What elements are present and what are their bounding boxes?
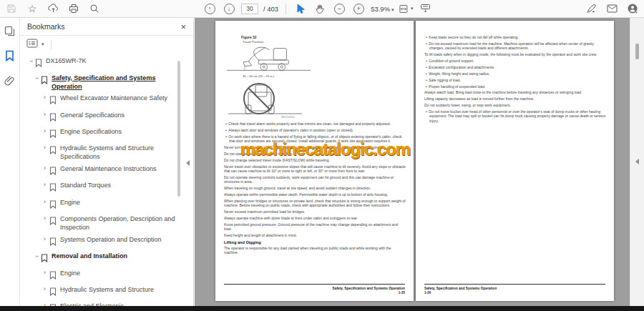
chevron-down-icon: ▾ [391, 7, 394, 12]
bookmarks-options-row: ▾ [20, 36, 193, 53]
chevron-right-icon[interactable]: › [40, 127, 49, 136]
bookmark-label: Removal and Installation [52, 252, 179, 260]
share-icon[interactable] [46, 1, 60, 16]
zoom-out-button[interactable]: − [332, 1, 346, 16]
bookmark-item-standard-torques[interactable]: › Standard Torques [20, 179, 182, 196]
page-number-input[interactable] [241, 4, 258, 14]
toolbar-display-icon[interactable] [419, 1, 433, 16]
close-icon[interactable]: × [180, 21, 186, 32]
bookmark-item-hydraulic-systems-specifications[interactable]: › Hydraulic Systems and Structure Specif… [20, 142, 182, 163]
chevron-right-icon[interactable]: › [40, 214, 49, 223]
bookmark-item-removal-engine[interactable]: › Engine [20, 267, 182, 283]
bookmark-icon [49, 94, 60, 107]
bookmark-item-root[interactable]: › DX165WR-7K [20, 55, 182, 71]
bookmark-icon [49, 127, 60, 141]
safety-instruction: Do not move bucket over head of other pe… [424, 109, 607, 123]
print-icon[interactable] [67, 1, 81, 16]
bookmark-label: DX165WR-7K [46, 56, 179, 65]
bookmark-item-electric-and-electronic[interactable]: › Electric and Electronic [20, 300, 182, 306]
safety-instruction: Excavator configuration and attachments. [424, 65, 607, 69]
bookmark-options-button[interactable] [26, 38, 38, 51]
bookmark-item-components-operation[interactable]: › Components Operation, Description and … [20, 213, 182, 234]
safety-instruction: Lifting capacity decreases as load is mo… [424, 97, 607, 101]
bookmark-label: Wheel Excavator Maintenance Safety [60, 94, 179, 102]
footer-section-title: Safety, Specification and Systems Operat… [424, 287, 605, 290]
safety-instruction: Keep height and length of attachment in … [224, 233, 406, 237]
bookmarks-scrollbar[interactable] [177, 61, 180, 197]
previous-page-button[interactable]: ↑ [203, 1, 217, 16]
toolbar-left-group: ☆ [4, 0, 102, 17]
chevron-right-icon[interactable]: › [40, 235, 49, 244]
travel-clearance-dimension: 40 – 50 cm (16 – 20 in.) [243, 74, 274, 78]
chevron-right-icon[interactable]: › [40, 285, 49, 294]
manual-page-right: Keep loads secure so they do not fall of… [416, 21, 614, 301]
bookmark-item-systems-operation-description[interactable]: › Systems Operation and Description [20, 234, 182, 250]
figure-label: Figure 32 [241, 36, 256, 39]
search-icon[interactable] [87, 1, 102, 16]
bookmark-item-engine[interactable]: › Engine [20, 197, 182, 213]
bookmarks-panel-header: Bookmarks × [20, 18, 193, 36]
tools-collapse-arrow-icon[interactable] [635, 159, 639, 164]
footer-page-number: 1-26 [424, 291, 605, 295]
bookmark-label: Engine Specifications [60, 127, 179, 136]
bookmark-item-hydraulic-systems-structure[interactable]: › Hydraulic Systems and Structure [20, 284, 182, 300]
document-scrollbar-thumb[interactable] [635, 44, 639, 59]
chevron-right-icon[interactable]: › [40, 198, 49, 207]
bookmark-item-removal-and-installation[interactable]: › Removal and Installation [20, 250, 182, 267]
page-thumbnails-icon[interactable] [4, 26, 15, 39]
zoom-level-dropdown[interactable]: 53.9%▾ [371, 5, 394, 13]
select-tool-icon[interactable] [293, 1, 308, 16]
toolbar-divider [286, 4, 286, 14]
bookmark-icon [49, 144, 60, 157]
chevron-right-icon[interactable]: › [40, 269, 49, 277]
safety-instruction: Condition of ground support. [424, 59, 607, 63]
fit-width-dropdown[interactable]: ▾ [399, 1, 414, 16]
chevron-down-icon[interactable]: › [32, 73, 41, 82]
plus-icon: + [353, 4, 364, 14]
fill-sign-icon[interactable] [584, 1, 598, 16]
options-divider [51, 40, 52, 49]
bookmark-label: General Maintenance Instructions [60, 164, 179, 173]
bookmark-tree: › DX165WR-7K › Safety, Specification and… [20, 55, 182, 306]
pdf-reader-window: ☆ ↑ ↓ / 403 − + 53.9%▾ ▾ [0, 0, 644, 311]
safety-instruction: Check that travel alarm works properly a… [224, 122, 406, 126]
bookmark-item-general-specifications[interactable]: › General Specifications [20, 109, 182, 125]
bookmark-item-safety-specification[interactable]: › Safety, Specification and Systems Oper… [20, 71, 182, 92]
bookmark-icon [49, 214, 60, 228]
chevron-down-icon[interactable]: › [26, 56, 35, 66]
excavator-travel-position-drawing [224, 43, 313, 76]
panel-collapse-arrow-icon[interactable] [186, 160, 190, 166]
bookmark-label: Safety, Specification and Systems Operat… [52, 74, 179, 91]
zoom-in-button[interactable]: + [351, 1, 366, 16]
document-scrollbar-track[interactable] [630, 18, 644, 306]
save-icon[interactable] [4, 1, 19, 16]
footer-section-title: Safety, Specification and Systems Operat… [224, 287, 405, 290]
figure-reference-code: WE1500810 [281, 116, 295, 119]
bookmark-item-general-maintenance-instructions[interactable]: › General Maintenance Instructions [20, 163, 182, 179]
bookmark-icon [49, 269, 60, 282]
chevron-down-icon[interactable]: › [32, 252, 41, 261]
mail-icon[interactable] [605, 1, 619, 16]
safety-instruction: Proper handling of suspended load. [424, 84, 607, 89]
bookmark-label: Standard Torques [60, 181, 179, 189]
chevron-right-icon[interactable]: › [40, 181, 49, 189]
safety-instruction: Never exceed maximum permitted load for … [224, 209, 406, 214]
chevron-right-icon[interactable]: › [40, 94, 49, 102]
chevron-right-icon[interactable]: › [40, 111, 49, 119]
chevron-down-icon: ▾ [411, 6, 414, 11]
next-page-button[interactable]: ↓ [222, 1, 236, 16]
safety-instruction: Always latch door and windows of operato… [224, 128, 406, 132]
attachments-icon[interactable] [4, 75, 15, 89]
footer-page-number: 1-25 [224, 291, 405, 295]
bookmark-icon [49, 181, 60, 194]
star-icon[interactable]: ☆ [25, 1, 39, 16]
account-avatar-icon[interactable] [625, 1, 640, 16]
chevron-right-icon[interactable]: › [40, 144, 49, 152]
bookmark-item-engine-specifications[interactable]: › Engine Specifications [20, 126, 182, 142]
safety-instruction: To lift loads safely when in digging mod… [424, 52, 607, 56]
bookmark-item-wheel-excavator-maintenance-safety[interactable]: › Wheel Excavator Maintenance Safety [20, 92, 182, 109]
bookmarks-panel-icon[interactable] [5, 50, 14, 64]
safety-instruction: Know permitted ground pressure. Ground p… [224, 222, 406, 232]
hand-tool-icon[interactable] [313, 1, 327, 16]
chevron-right-icon[interactable]: › [40, 164, 49, 173]
